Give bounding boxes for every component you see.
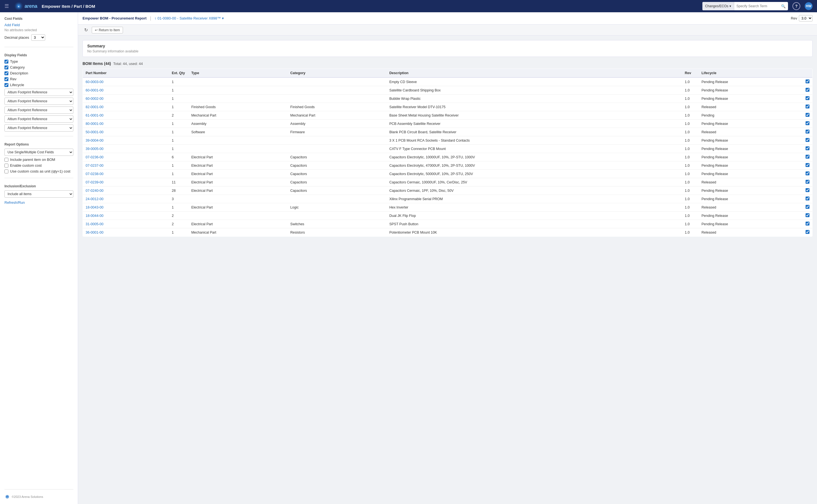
row-checkbox[interactable] xyxy=(806,88,809,92)
part-number-link[interactable]: 24-0012-00 xyxy=(86,197,103,201)
use-custom-cost-checkbox[interactable] xyxy=(4,169,8,173)
part-number-link[interactable]: 39-0004-00 xyxy=(86,139,103,142)
summary-empty: No Summary information available xyxy=(87,49,808,53)
row-checkbox[interactable] xyxy=(806,188,809,192)
table-row: 60-0002-00 1 Bubble Wrap Plastic 1.0 Pen… xyxy=(83,95,813,103)
part-number-link[interactable]: 07-0236-00 xyxy=(86,155,103,159)
summary-title: Summary xyxy=(87,44,808,48)
part-number-link[interactable]: 07-0238-00 xyxy=(86,172,103,176)
part-number-link[interactable]: 36-0001-00 xyxy=(86,231,103,234)
cell-rev: 1.0 xyxy=(682,161,699,170)
cell-qty: 28 xyxy=(169,186,188,195)
cell-rev: 1.0 xyxy=(682,103,699,111)
rev-checkbox[interactable] xyxy=(4,77,8,81)
lifecycle-checkbox[interactable] xyxy=(4,83,8,87)
row-checkbox[interactable] xyxy=(806,205,809,209)
category-checkbox[interactable] xyxy=(4,66,8,69)
cell-type xyxy=(188,77,287,86)
row-checkbox[interactable] xyxy=(806,222,809,226)
rev-select[interactable]: 3.0 2.0 1.0 xyxy=(799,15,813,21)
part-number-link[interactable]: 82-0001-00 xyxy=(86,105,103,109)
part-number-link[interactable]: 60-0002-00 xyxy=(86,97,103,101)
return-label: Return to Item xyxy=(99,28,120,32)
row-checkbox[interactable] xyxy=(806,146,809,150)
cell-category xyxy=(287,86,386,95)
row-checkbox[interactable] xyxy=(806,213,809,217)
cell-qty: 1 xyxy=(169,145,188,153)
attr-dropdown-5[interactable]: Altium Footprint Reference xyxy=(4,124,73,132)
cell-qty: 2 xyxy=(169,212,188,220)
row-checkbox[interactable] xyxy=(806,96,809,100)
cell-type: Electrical Part xyxy=(188,203,287,212)
cell-type xyxy=(188,86,287,95)
cell-type: Electrical Part xyxy=(188,220,287,228)
description-checkbox[interactable] xyxy=(4,71,8,75)
help-button[interactable]: ? xyxy=(792,2,800,10)
row-checkbox[interactable] xyxy=(806,105,809,108)
search-category-dropdown[interactable]: Changes/ECOs ▾ xyxy=(702,2,734,10)
search-input[interactable] xyxy=(734,2,779,10)
cell-lifecycle: Pending Release xyxy=(699,153,803,161)
row-checkbox[interactable] xyxy=(806,230,809,234)
sub-header: Empower BOM - Procurement Report | ↑ 01-… xyxy=(78,12,817,25)
table-row: 39-0005-00 1 CATV F Type Connector PCB M… xyxy=(83,145,813,153)
part-number-link[interactable]: 60-0001-00 xyxy=(86,88,103,92)
attr-dropdown-2[interactable]: Altium Footprint Reference xyxy=(4,98,73,105)
part-number-link[interactable]: 07-0237-00 xyxy=(86,164,103,168)
decimal-places-select[interactable]: 30124 xyxy=(31,34,45,41)
refresh-run-link[interactable]: Refresh/Run xyxy=(4,200,73,205)
add-field-link[interactable]: Add Field xyxy=(4,23,73,27)
part-number-link[interactable]: 18-0044-00 xyxy=(86,214,103,218)
part-number-link[interactable]: 80-0001-00 xyxy=(86,122,103,126)
cell-rev: 1.0 xyxy=(682,220,699,228)
cell-qty: 1 xyxy=(169,95,188,103)
decimal-places-label: Decimal places xyxy=(4,35,29,40)
row-checkbox[interactable] xyxy=(806,79,809,83)
attr-dropdown-4[interactable]: Altium Footprint Reference xyxy=(4,115,73,123)
page-title: Empower Item / Part / BOM xyxy=(42,4,698,9)
part-number-link[interactable]: 39-0005-00 xyxy=(86,147,103,151)
row-checkbox[interactable] xyxy=(806,130,809,134)
enable-custom-cost-checkbox[interactable] xyxy=(4,164,8,168)
cell-category: Capacitors xyxy=(287,178,386,186)
refresh-button[interactable]: ↻ xyxy=(83,26,90,34)
return-to-item-button[interactable]: ↩ Return to Item xyxy=(92,27,123,33)
part-number-link[interactable]: 18-0043-00 xyxy=(86,205,103,209)
row-checkbox[interactable] xyxy=(806,113,809,117)
attr-dropdown-3[interactable]: Altium Footprint Reference xyxy=(4,106,73,114)
part-number-link[interactable]: 60-0003-00 xyxy=(86,80,103,84)
return-icon: ↩ xyxy=(95,28,98,32)
part-number-link[interactable]: 07-0240-00 xyxy=(86,189,103,193)
row-checkbox[interactable] xyxy=(806,163,809,167)
cell-type: Electrical Part xyxy=(188,186,287,195)
row-checkbox[interactable] xyxy=(806,171,809,175)
row-checkbox[interactable] xyxy=(806,155,809,159)
inclusion-select[interactable]: Include all items xyxy=(4,190,73,198)
row-checkbox[interactable] xyxy=(806,197,809,200)
cost-field-select[interactable]: Use Single/Multiple Cost Fields xyxy=(4,149,73,156)
hamburger-icon[interactable]: ☰ xyxy=(4,3,9,9)
description-checkbox-row: Description xyxy=(4,71,73,75)
part-number-link[interactable]: 31-0005-00 xyxy=(86,222,103,226)
decimal-places-row: Decimal places 30124 xyxy=(4,34,73,41)
cell-check xyxy=(803,111,813,120)
part-number-link[interactable]: 07-0239-00 xyxy=(86,180,103,184)
attr-dropdown-1[interactable]: Altium Footprint Reference xyxy=(4,89,73,96)
main-content: Empower BOM - Procurement Report | ↑ 01-… xyxy=(78,12,817,504)
row-checkbox[interactable] xyxy=(806,180,809,184)
bom-count: BOM Items (44) xyxy=(83,61,111,66)
part-number-link[interactable]: 61-0001-00 xyxy=(86,113,103,117)
search-button[interactable]: 🔍 xyxy=(779,4,788,8)
item-link[interactable]: ↑ 01-0080-00 - Satellite Receiver X898™ … xyxy=(154,16,224,21)
cell-lifecycle: Pending Release xyxy=(699,86,803,95)
row-checkbox[interactable] xyxy=(806,138,809,142)
cell-rev: 1.0 xyxy=(682,77,699,86)
row-checkbox[interactable] xyxy=(806,121,809,125)
user-avatar[interactable]: HW xyxy=(805,2,813,10)
cell-type: Electrical Part xyxy=(188,170,287,178)
part-number-link[interactable]: 50-0001-00 xyxy=(86,130,103,134)
table-row: 18-0043-00 1 Electrical Part Logic Hex I… xyxy=(83,203,813,212)
chevron-down-icon: ▾ xyxy=(222,16,224,20)
type-checkbox[interactable] xyxy=(4,60,8,64)
include-parent-checkbox[interactable] xyxy=(4,158,8,162)
